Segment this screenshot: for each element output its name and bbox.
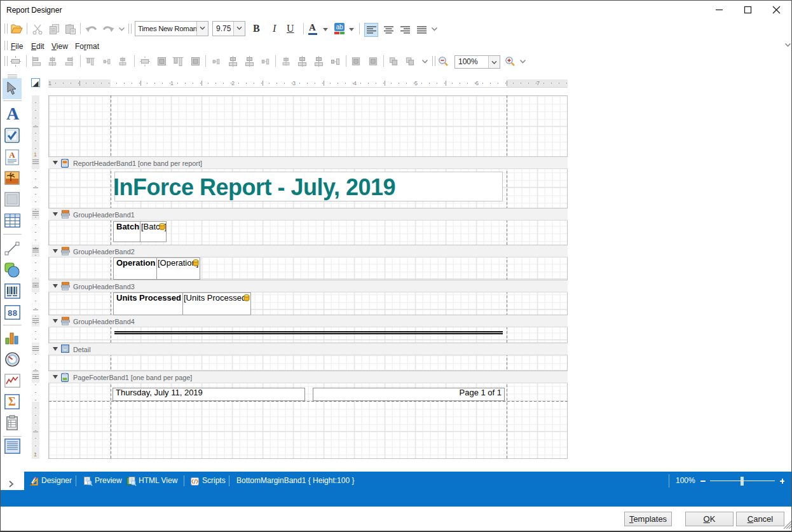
svg-text:Σ: Σ xyxy=(8,395,16,408)
svg-text:A: A xyxy=(9,150,15,160)
svg-text:88: 88 xyxy=(8,309,18,318)
